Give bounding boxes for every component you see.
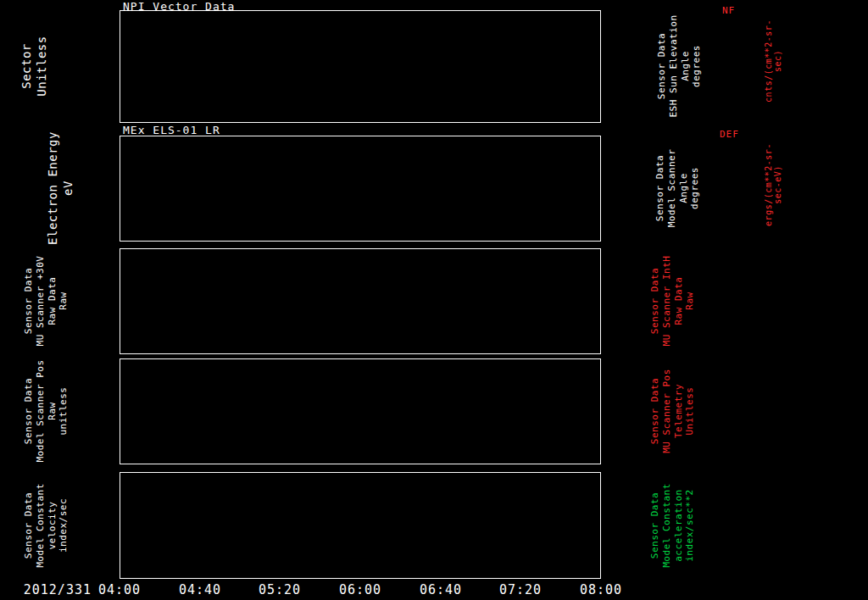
x-tick-label: 04:40 (173, 582, 227, 597)
x-tick-label: 05:20 (253, 582, 307, 597)
panel5-line-plot (120, 473, 600, 578)
panel4-line-plot (120, 359, 600, 464)
panel1-spectrogram (120, 11, 600, 122)
colorbar-def (725, 142, 736, 227)
x-axis-date-label: 2012/331 (14, 582, 92, 597)
panel1-right-tick-labels (605, 10, 656, 123)
panel2-right-axis-label: Sensor Data Model Scanner Angle degrees (654, 149, 701, 228)
panel2-left-tick-labels (49, 136, 115, 242)
panel1-plot-area (120, 10, 601, 123)
panel2-right-tick-labels (605, 136, 656, 242)
panel5-left-tick-labels (49, 472, 115, 579)
panel2-plot-area (120, 136, 601, 242)
colorbar-nf (725, 19, 736, 103)
colorbar-def-units: ergs/(cm**2-sr-sec-eV) (764, 137, 782, 232)
x-tick-label: 08:00 (574, 582, 628, 597)
panel4-plot-area (120, 358, 601, 464)
colorbar-nf-units: cnts/(cm**2-sr-sec) (764, 14, 782, 108)
panel4-left-tick-labels (49, 358, 115, 464)
panel1-right-axis-label: Sensor Data ESH Sun Elevation Angle degr… (656, 14, 703, 117)
x-tick-label: 07:20 (493, 582, 548, 597)
panel3-right-tick-labels (605, 248, 656, 354)
panel2-spectrogram (120, 136, 600, 241)
x-axis: 2012/331 04:00 04:40 05:20 06:00 06:40 0… (0, 582, 868, 599)
panel3-left-tick-labels (49, 248, 115, 354)
panel1-left-tick-labels (49, 10, 115, 123)
x-tick-label: 04:00 (92, 582, 147, 597)
panel5-right-tick-labels (605, 472, 656, 579)
panel4-right-tick-labels (605, 358, 656, 464)
colorbar-nf-label: NF (722, 5, 735, 16)
colorbar-def-label: DEF (720, 129, 739, 140)
panel3-plot-area (120, 248, 601, 354)
x-tick-label: 06:00 (333, 582, 387, 597)
panel2-title: MEx ELS-01 LR (123, 124, 220, 136)
multi-panel-science-plot: NPI Vector Data MEx ELS-01 LR Sector Uni… (0, 0, 868, 600)
x-tick-label: 06:40 (414, 582, 468, 597)
panel1-y-axis-label: Sector Unitless (19, 36, 49, 96)
panel3-line-plot (120, 249, 600, 353)
panel5-plot-area (120, 472, 601, 579)
